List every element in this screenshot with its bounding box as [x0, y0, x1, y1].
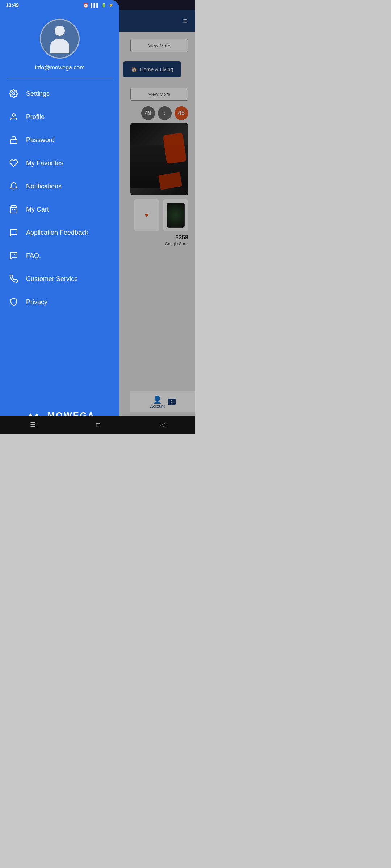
menu-item-privacy[interactable]: Privacy: [0, 290, 119, 314]
menu-item-settings[interactable]: Settings: [0, 82, 119, 105]
customer-service-label: Customer Service: [26, 275, 78, 283]
menu-item-password[interactable]: Password: [0, 128, 119, 152]
faq-label: FAQ.: [26, 252, 41, 260]
battery-icon: 🔋: [101, 3, 106, 8]
drawer-status-bar: 13:49 ⏰ ▌▌▌ 🔋 ⚡: [0, 0, 119, 10]
favorites-label: My Favorites: [26, 159, 63, 167]
svg-point-0: [13, 93, 15, 95]
password-label: Password: [26, 136, 55, 144]
svg-rect-2: [10, 140, 17, 144]
settings-label: Settings: [26, 90, 50, 98]
customer-service-icon: [9, 274, 19, 284]
profile-label: Profile: [26, 113, 45, 121]
system-nav-bar: ☰ □ ◁: [0, 416, 196, 434]
menu-item-feedback[interactable]: Application Feedback: [0, 221, 119, 244]
faq-icon: [9, 251, 19, 261]
user-section: info@mowega.com: [0, 10, 119, 78]
nav-menu-btn[interactable]: ☰: [30, 421, 36, 429]
menu-item-cart[interactable]: My Cart: [0, 198, 119, 221]
navigation-drawer: 13:49 ⏰ ▌▌▌ 🔋 ⚡ info@mowega.com: [0, 0, 119, 434]
menu-item-favorites[interactable]: My Favorites: [0, 152, 119, 175]
svg-point-1: [12, 114, 15, 116]
menu-item-notifications[interactable]: Notifications: [0, 175, 119, 198]
avatar-silhouette: [45, 24, 74, 53]
cart-label: My Cart: [26, 206, 49, 213]
menu-item-faq[interactable]: FAQ.: [0, 244, 119, 267]
signal-icon: ▌▌▌: [91, 3, 99, 7]
cart-icon: [9, 204, 19, 214]
feedback-icon: [9, 227, 19, 238]
favorites-icon: [9, 158, 19, 168]
drawer-overlay: 13:49 ⏰ ▌▌▌ 🔋 ⚡ info@mowega.com: [0, 0, 196, 434]
settings-icon: [9, 89, 19, 99]
notifications-label: Notifications: [26, 183, 62, 190]
privacy-label: Privacy: [26, 298, 47, 306]
nav-back-btn[interactable]: ◁: [160, 421, 165, 429]
notifications-icon: [9, 181, 19, 191]
menu-item-customer-service[interactable]: Customer Service: [0, 267, 119, 290]
password-icon: [9, 135, 19, 145]
status-icons: ⏰ ▌▌▌ 🔋 ⚡: [83, 3, 114, 8]
nav-home-btn[interactable]: □: [96, 421, 100, 429]
menu-list: Settings Profile Passw: [0, 78, 119, 404]
status-time: 13:49: [6, 2, 19, 8]
alarm-icon: ⏰: [83, 3, 89, 8]
avatar[interactable]: [40, 19, 80, 59]
charging-icon: ⚡: [109, 3, 114, 8]
privacy-icon: [9, 297, 19, 307]
menu-item-profile[interactable]: Profile: [0, 105, 119, 128]
user-email: info@mowega.com: [35, 64, 84, 71]
feedback-label: Application Feedback: [26, 229, 88, 237]
profile-icon: [9, 112, 19, 122]
